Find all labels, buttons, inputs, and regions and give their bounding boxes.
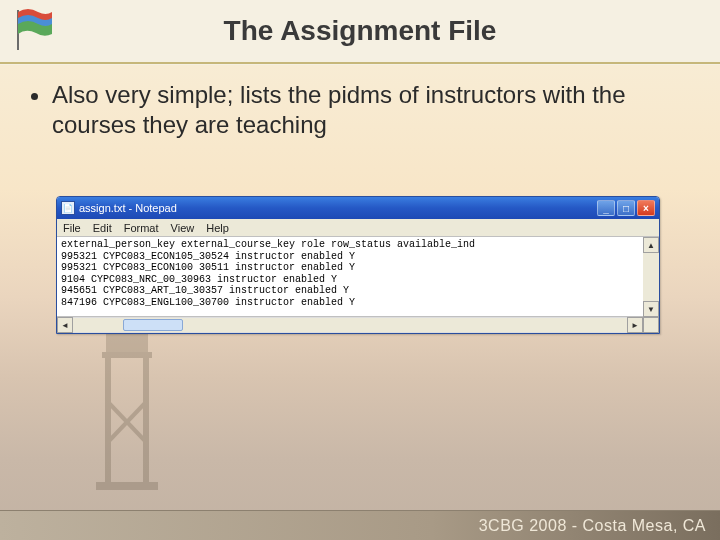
notepad-title: assign.txt - Notepad [79,202,177,214]
logo-flag-icon [8,4,56,52]
notepad-menubar: File Edit Format View Help [57,219,659,237]
footer: 3CBG 2008 - Costa Mesa, CA [0,510,720,540]
file-line: 945651 CYPC083_ART_10_30357 instructor e… [61,285,349,296]
svg-rect-2 [102,352,152,358]
slide: The Assignment File Also very simple; li… [0,0,720,540]
vertical-scroll-track[interactable] [643,253,659,301]
scroll-right-button[interactable]: ► [627,317,643,333]
scroll-corner [643,317,659,333]
bullet-item: Also very simple; lists the pidms of ins… [52,80,686,140]
file-line: 9104 CYPC083_NRC_00_30963 instructor ena… [61,274,337,285]
scroll-up-button[interactable]: ▲ [643,237,659,253]
file-line: 847196 CYPC083_ENGL100_30700 instructor … [61,297,355,308]
maximize-button[interactable]: □ [617,200,635,216]
background-tower-icon [88,322,166,512]
footer-text: 3CBG 2008 - Costa Mesa, CA [479,517,706,535]
minimize-button[interactable]: _ [597,200,615,216]
page-title: The Assignment File [224,15,497,47]
scroll-left-button[interactable]: ◄ [57,317,73,333]
menu-edit[interactable]: Edit [93,222,112,234]
notepad-titlebar[interactable]: 📄 assign.txt - Notepad _ □ × [57,197,659,219]
svg-rect-7 [96,482,158,490]
menu-file[interactable]: File [63,222,81,234]
file-line: 995321 CYPC083_ECON105_30524 instructor … [61,251,355,262]
title-band: The Assignment File [0,0,720,64]
vertical-scrollbar[interactable]: ▲ ▼ [643,237,659,317]
window-controls: _ □ × [597,200,655,216]
menu-view[interactable]: View [171,222,195,234]
bullet-list: Also very simple; lists the pidms of ins… [34,80,686,140]
horizontal-scrollbar[interactable]: ◄ ► [57,317,659,333]
menu-format[interactable]: Format [124,222,159,234]
close-button[interactable]: × [637,200,655,216]
notepad-icon: 📄 [61,201,75,215]
menu-help[interactable]: Help [206,222,229,234]
scroll-down-button[interactable]: ▼ [643,301,659,317]
horizontal-scroll-thumb[interactable] [123,319,183,331]
notepad-window: 📄 assign.txt - Notepad _ □ × File Edit F… [56,196,660,334]
horizontal-scroll-track[interactable] [73,317,627,333]
file-line: external_person_key external_course_key … [61,239,475,250]
notepad-content[interactable]: external_person_key external_course_key … [57,237,659,317]
file-line: 995321 CYPC083_ECON100 30511 instructor … [61,262,355,273]
